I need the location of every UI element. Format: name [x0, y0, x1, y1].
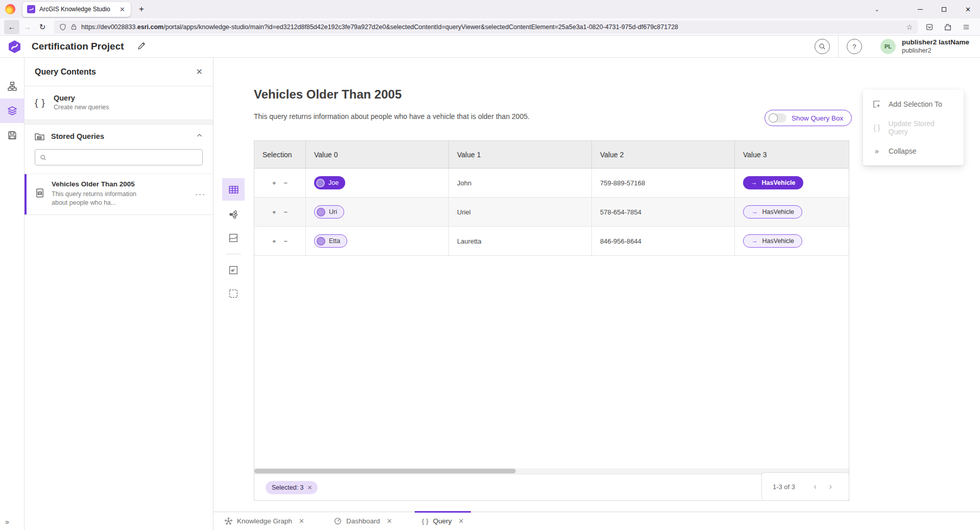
- tab-knowledge-graph[interactable]: Knowledge Graph ✕: [217, 512, 313, 530]
- entity-pill[interactable]: Uri: [314, 205, 344, 219]
- cell-value[interactable]: 759-889-57168: [592, 168, 735, 197]
- entity-pill[interactable]: Etta: [314, 234, 347, 248]
- firefox-icon[interactable]: [5, 4, 15, 14]
- relationship-pill[interactable]: →HasVehicle: [743, 234, 802, 248]
- add-to-selection-icon[interactable]: +: [272, 237, 276, 245]
- previous-page-icon[interactable]: ‹: [807, 482, 823, 491]
- cell-value[interactable]: Uriel: [449, 198, 592, 226]
- more-options-icon[interactable]: ···: [195, 189, 206, 198]
- bookmark-star-icon[interactable]: ☆: [906, 23, 913, 31]
- new-tab-button[interactable]: +: [139, 4, 144, 14]
- tab-close-icon[interactable]: ✕: [118, 6, 126, 13]
- forward-button[interactable]: →: [19, 20, 35, 34]
- entity-dot-icon: [316, 179, 325, 187]
- selected-count-chip[interactable]: Selected: 3 ✕: [266, 481, 318, 494]
- image-map-view-button[interactable]: [224, 261, 243, 279]
- arrow-right-icon: →: [751, 237, 758, 245]
- close-tab-icon[interactable]: ✕: [299, 517, 304, 525]
- table-header-row: Selection Value 0 Value 1 Value 2 Value …: [254, 141, 849, 168]
- edit-title-icon[interactable]: [137, 41, 146, 52]
- chevron-up-icon[interactable]: [196, 132, 203, 141]
- remove-from-selection-icon[interactable]: −: [284, 179, 288, 187]
- sidebar-item-save[interactable]: [0, 123, 25, 148]
- horizontal-scrollbar[interactable]: [254, 468, 849, 474]
- select-region-button[interactable]: [224, 284, 243, 303]
- next-page-icon[interactable]: ›: [823, 482, 838, 491]
- column-header[interactable]: Value 2: [592, 141, 735, 168]
- column-header[interactable]: Selection: [254, 141, 306, 168]
- close-tab-icon[interactable]: ✕: [387, 517, 392, 525]
- help-button[interactable]: ?: [847, 39, 862, 54]
- minimize-button[interactable]: [908, 0, 932, 18]
- avatar[interactable]: PL: [880, 39, 896, 54]
- add-to-selection-icon[interactable]: +: [272, 179, 276, 187]
- entity-pill[interactable]: Joe: [314, 176, 345, 189]
- lock-icon[interactable]: [70, 23, 77, 30]
- pocket-icon[interactable]: [922, 20, 937, 34]
- left-icon-rail: »: [0, 58, 25, 530]
- cell-value[interactable]: Lauretta: [449, 227, 592, 255]
- arcgis-favicon-icon: [27, 5, 35, 13]
- panel-close-icon[interactable]: ✕: [196, 67, 203, 77]
- table-row[interactable]: +− Etta Lauretta 846-956-8644 →HasVehicl…: [254, 227, 849, 256]
- browser-tab[interactable]: ArcGIS Knowledge Studio ✕: [22, 2, 131, 17]
- stored-queries-search[interactable]: [35, 149, 203, 165]
- column-header[interactable]: Value 3: [735, 141, 849, 168]
- close-tab-icon[interactable]: ✕: [458, 517, 464, 525]
- menu-item-label: Add Selection To: [889, 100, 942, 108]
- tab-dashboard[interactable]: Dashboard ✕: [326, 512, 400, 530]
- remove-from-selection-icon[interactable]: −: [284, 208, 288, 216]
- relationship-pill[interactable]: →HasVehicle: [743, 176, 803, 189]
- restore-button[interactable]: [932, 0, 956, 18]
- relationship-pill[interactable]: →HasVehicle: [743, 205, 802, 219]
- folder-icon: [35, 132, 44, 141]
- clear-selection-icon[interactable]: ✕: [307, 484, 313, 491]
- table-row[interactable]: +− Uri Uriel 578-654-7854 →HasVehicle: [254, 198, 849, 227]
- search-button[interactable]: [815, 39, 830, 54]
- double-chevron-icon: »: [872, 147, 881, 155]
- url-bar[interactable]: https://dev0028833.esri.com/portal/apps/…: [54, 20, 918, 34]
- toolbar-divider: [226, 254, 241, 254]
- list-tabs-icon[interactable]: ⌄: [869, 6, 885, 13]
- tab-query[interactable]: { } Query ✕: [414, 512, 472, 530]
- stored-query-list-item[interactable]: Vehicles Older Than 2005 This query retu…: [25, 174, 213, 215]
- pagination-range: 1-3 of 3: [773, 483, 795, 491]
- tab-label: Query: [433, 517, 452, 525]
- cell-value[interactable]: 578-654-7854: [592, 198, 735, 226]
- sidebar-item-layers[interactable]: [0, 99, 25, 123]
- back-button[interactable]: ←: [4, 20, 19, 34]
- add-selection-icon: [872, 100, 881, 108]
- column-header[interactable]: Value 0: [306, 141, 449, 168]
- add-to-selection-icon[interactable]: +: [272, 208, 276, 216]
- view-tab-bar: Knowledge Graph ✕ Dashboard ✕ { } Query …: [213, 512, 980, 530]
- close-window-button[interactable]: ✕: [956, 0, 980, 18]
- menu-item-collapse[interactable]: » Collapse: [863, 139, 964, 163]
- menu-item-update-stored-query[interactable]: { } Update Stored Query: [863, 116, 964, 139]
- project-title: Certification Project: [32, 41, 124, 52]
- remove-from-selection-icon[interactable]: −: [284, 237, 288, 245]
- sidebar-item-contents[interactable]: [0, 74, 25, 99]
- stored-queries-header[interactable]: Stored Queries: [25, 125, 213, 146]
- expand-rail-icon[interactable]: »: [0, 518, 25, 526]
- reload-button[interactable]: ↻: [35, 20, 50, 34]
- toggle-track[interactable]: [769, 113, 786, 123]
- scrollbar-thumb[interactable]: [254, 469, 516, 473]
- menu-icon[interactable]: [959, 20, 974, 34]
- menu-item-add-selection-to[interactable]: Add Selection To: [863, 92, 964, 116]
- table-row[interactable]: +− Joe John 759-889-57168 →HasVehicle: [254, 168, 849, 198]
- knowledge-graph-icon: [225, 517, 232, 525]
- column-header[interactable]: Value 1: [449, 141, 592, 168]
- new-query-item[interactable]: { } Query Create new queries: [25, 86, 213, 120]
- browser-tab-strip: ArcGIS Knowledge Studio ✕ + ⌄ ✕: [0, 0, 980, 18]
- link-chart-view-button[interactable]: [224, 205, 243, 224]
- map-view-button[interactable]: [224, 229, 243, 247]
- extensions-icon[interactable]: [940, 20, 955, 34]
- arcgis-knowledge-logo-icon: [8, 40, 21, 54]
- search-input[interactable]: [50, 154, 198, 161]
- cell-value[interactable]: 846-956-8644: [592, 227, 735, 255]
- show-query-box-toggle[interactable]: Show Query Box: [764, 110, 852, 126]
- user-name-block[interactable]: publisher2 lastName publisher2: [902, 38, 972, 54]
- table-view-button[interactable]: [222, 178, 245, 201]
- cell-value[interactable]: John: [449, 168, 592, 197]
- tracking-shield-icon[interactable]: [59, 23, 66, 31]
